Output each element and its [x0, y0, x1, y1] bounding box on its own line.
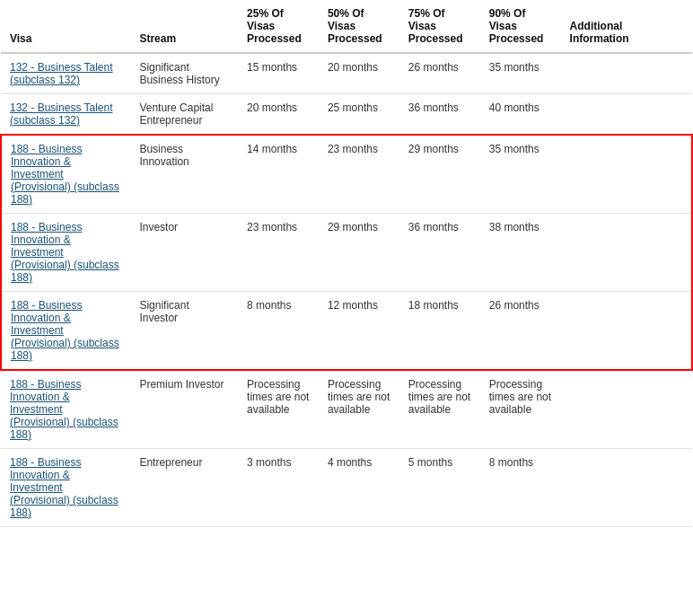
cell-visa: 132 - Business Talent (subclass 132): [1, 94, 130, 136]
cell-visa: 188 - Business Innovation & Investment (…: [1, 214, 130, 292]
cell-p50: 20 months: [319, 53, 399, 94]
cell-p90: 8 months: [480, 449, 561, 527]
cell-p90: 26 months: [480, 292, 561, 371]
visa-link[interactable]: 188 - Business Innovation & Investment (…: [11, 143, 119, 206]
cell-stream: Significant Business History: [130, 53, 238, 94]
cell-p25: Processing times are not available: [238, 370, 319, 449]
table-row: 188 - Business Innovation & Investment (…: [1, 370, 692, 449]
cell-p50: 4 months: [319, 449, 399, 527]
cell-additional: [561, 292, 692, 371]
visa-link[interactable]: 188 - Business Innovation & Investment (…: [10, 456, 118, 519]
cell-visa: 188 - Business Innovation & Investment (…: [1, 370, 130, 449]
cell-visa: 188 - Business Innovation & Investment (…: [1, 135, 130, 214]
cell-stream: Business Innovation: [130, 135, 238, 214]
header-p50: 50% Of Visas Processed: [319, 0, 399, 53]
processing-times-table: Visa Stream 25% Of Visas Processed 50% O…: [0, 0, 693, 527]
cell-visa: 188 - Business Innovation & Investment (…: [1, 292, 130, 371]
cell-p25: 23 months: [238, 214, 319, 292]
header-visa: Visa: [1, 0, 130, 53]
table-row: 132 - Business Talent (subclass 132)Sign…: [1, 53, 692, 94]
table-row: 188 - Business Innovation & Investment (…: [1, 135, 692, 214]
table-row: 188 - Business Innovation & Investment (…: [1, 214, 692, 292]
cell-stream: Entrepreneur: [130, 449, 238, 527]
table-header-row: Visa Stream 25% Of Visas Processed 50% O…: [1, 0, 692, 53]
cell-p50: Processing times are not available: [319, 370, 399, 449]
cell-p50: 25 months: [319, 94, 399, 136]
cell-additional: [561, 94, 692, 136]
cell-stream: Investor: [130, 214, 238, 292]
cell-p50: 12 months: [319, 292, 399, 371]
cell-p25: 15 months: [238, 53, 319, 94]
cell-p25: 14 months: [238, 135, 319, 214]
header-stream: Stream: [130, 0, 238, 53]
cell-stream: Significant Investor: [130, 292, 238, 371]
visa-link[interactable]: 188 - Business Innovation & Investment (…: [10, 378, 118, 441]
cell-p50: 29 months: [319, 214, 399, 292]
cell-p75: 26 months: [399, 53, 480, 94]
cell-p75: 5 months: [399, 449, 480, 527]
visa-link[interactable]: 132 - Business Talent (subclass 132): [10, 61, 113, 86]
cell-p75: 18 months: [399, 292, 480, 371]
visa-link[interactable]: 188 - Business Innovation & Investment (…: [11, 221, 119, 284]
cell-p50: 23 months: [319, 135, 399, 214]
cell-additional: [561, 370, 692, 449]
cell-p75: 36 months: [399, 94, 480, 136]
cell-visa: 188 - Business Innovation & Investment (…: [1, 449, 130, 527]
cell-p90: 35 months: [480, 53, 561, 94]
visa-link[interactable]: 132 - Business Talent (subclass 132): [10, 101, 113, 127]
header-p90: 90% Of Visas Processed: [480, 0, 561, 53]
header-p75: 75% Of Visas Processed: [399, 0, 480, 53]
cell-additional: [561, 214, 692, 292]
table-row: 188 - Business Innovation & Investment (…: [1, 449, 692, 527]
cell-stream: Premium Investor: [130, 370, 238, 449]
table-row: 188 - Business Innovation & Investment (…: [1, 292, 692, 371]
cell-p25: 8 months: [238, 292, 319, 371]
cell-p75: 36 months: [399, 214, 480, 292]
cell-additional: [561, 135, 692, 214]
table-row: 132 - Business Talent (subclass 132)Vent…: [1, 94, 692, 136]
visa-link[interactable]: 188 - Business Innovation & Investment (…: [11, 299, 119, 362]
cell-p25: 3 months: [238, 449, 319, 527]
cell-additional: [561, 53, 692, 94]
cell-additional: [561, 449, 692, 527]
header-p25: 25% Of Visas Processed: [238, 0, 319, 53]
cell-p90: Processing times are not available: [480, 370, 561, 449]
cell-p90: 40 months: [480, 94, 561, 136]
cell-p90: 35 months: [480, 135, 561, 214]
cell-p75: Processing times are not available: [399, 370, 480, 449]
header-additional: Additional Information: [561, 0, 692, 53]
cell-p75: 29 months: [399, 135, 480, 214]
cell-stream: Venture Capital Entrepreneur: [130, 94, 238, 136]
cell-p25: 20 months: [238, 94, 319, 136]
cell-p90: 38 months: [480, 214, 561, 292]
cell-visa: 132 - Business Talent (subclass 132): [1, 53, 130, 94]
